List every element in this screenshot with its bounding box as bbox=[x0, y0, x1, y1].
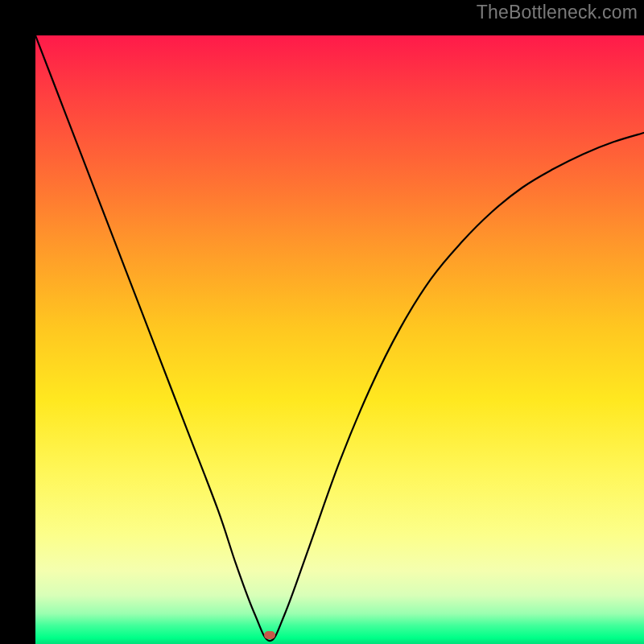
plot-area bbox=[35, 35, 644, 644]
bottleneck-curve bbox=[35, 35, 644, 644]
chart-frame bbox=[0, 0, 644, 644]
optimum-marker bbox=[264, 631, 275, 639]
watermark-text: TheBottleneck.com bbox=[477, 2, 638, 23]
